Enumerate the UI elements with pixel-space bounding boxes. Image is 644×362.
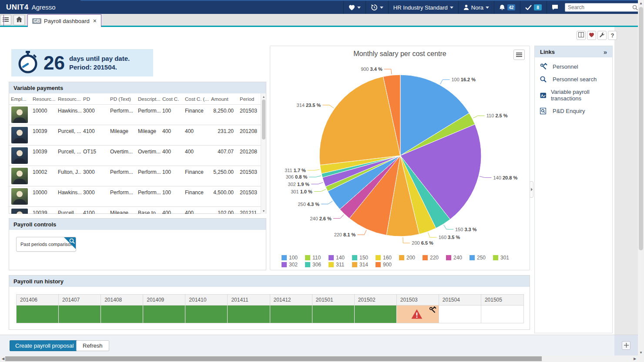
role-menu[interactable]: HR Industry Standard <box>388 1 458 14</box>
table-cell: Finance <box>183 166 209 186</box>
column-header[interactable]: Descript... <box>136 93 161 104</box>
pie-label: 301 1.0 % <box>291 189 312 194</box>
countdown-text: days until pay date. Period: 201504. <box>69 54 130 71</box>
link-personnel-search[interactable]: Personnel search <box>535 73 612 86</box>
column-header[interactable]: Resourc... <box>31 93 56 104</box>
legend-item-314[interactable]: 314 <box>352 262 376 268</box>
legend-swatch <box>376 262 381 267</box>
column-header[interactable]: Empl... <box>9 93 31 104</box>
right-gutter <box>614 27 638 335</box>
favorites-menu[interactable] <box>343 1 366 14</box>
legend-label: 200 <box>406 255 415 261</box>
column-header[interactable]: Cost C. <box>161 93 183 104</box>
legend-label: 100 <box>289 255 298 261</box>
tasks-button[interactable]: 8 <box>520 1 547 14</box>
refresh-button[interactable]: Refresh <box>76 340 109 351</box>
legend-label: 220 <box>430 255 439 261</box>
legend-item-110[interactable]: 110 <box>305 255 329 261</box>
legend-item-306[interactable]: 306 <box>305 262 329 268</box>
link-variable-payroll-transactions[interactable]: AVariable payroll transactions <box>535 86 612 105</box>
table-cell: Perform... <box>136 166 161 186</box>
create-payroll-proposal-button[interactable]: Create payroll proposal <box>10 340 79 351</box>
settings-button[interactable] <box>597 31 607 40</box>
search-input[interactable] <box>565 3 640 12</box>
table-cell: 100 <box>161 186 183 206</box>
table-cell: 400 <box>161 146 183 166</box>
add-button[interactable] <box>622 341 631 350</box>
user-name: Nora <box>471 4 483 11</box>
legend-item-200[interactable]: 200 <box>399 255 423 261</box>
column-header[interactable]: PD <box>81 93 108 104</box>
scroll-up-arrow[interactable]: ▲ <box>261 94 266 99</box>
table-cell: Hawkins... <box>56 105 81 125</box>
scroll-down-arrow[interactable]: ▼ <box>638 349 644 355</box>
past-periods-comparison-button[interactable]: Past periods comparison <box>16 237 76 252</box>
link-label: Variable payroll transactions <box>551 89 607 102</box>
table-row[interactable]: 10039Purcell, ...4100MileageBase to...40… <box>9 207 261 214</box>
legend-item-100[interactable]: 100 <box>282 255 305 261</box>
menu-button[interactable] <box>0 15 11 25</box>
employee-photo <box>11 209 28 214</box>
legend-item-302[interactable]: 302 <box>282 262 305 268</box>
table-cell: Purcell, ... <box>56 207 81 214</box>
user-menu[interactable]: Nora <box>458 1 494 14</box>
messages-button[interactable] <box>547 1 563 14</box>
home-button[interactable] <box>13 15 25 25</box>
legend-item-240[interactable]: 240 <box>446 255 470 261</box>
column-header[interactable]: Resourc... <box>56 93 81 104</box>
panel-splitter-handle[interactable] <box>530 181 533 198</box>
scrollbar-thumb[interactable] <box>639 7 643 250</box>
period-cell-201502-ok <box>355 306 397 323</box>
app-window: UNIT4 Agresso HR Industry Standard Nora <box>0 0 644 362</box>
recent-history-menu[interactable] <box>366 1 388 14</box>
table-cell: OT15 <box>81 146 108 166</box>
pie-label: 100 16.2 % <box>451 77 476 82</box>
collapse-icon[interactable]: » <box>604 49 607 55</box>
payroll-history-table: 2014062014072014082014092014102014112014… <box>16 294 524 323</box>
legend-item-140[interactable]: 140 <box>329 255 352 261</box>
payroll-controls-section: Payroll controls Past periods comparison <box>9 218 266 270</box>
legend-item-301[interactable]: 301 <box>493 255 517 261</box>
table-row[interactable]: 10000Hawkins...3000Perform...Perform...1… <box>9 105 261 125</box>
heart-icon <box>589 32 594 39</box>
scrollbar-thumb[interactable] <box>262 100 265 139</box>
split-view-button[interactable] <box>577 31 586 40</box>
column-header[interactable]: PD (Text) <box>108 93 136 104</box>
check-icon <box>525 5 532 10</box>
table-scrollbar[interactable]: ▲ ▼ <box>261 93 266 214</box>
notifications-button[interactable]: 42 <box>494 1 520 14</box>
scroll-down-arrow[interactable]: ▼ <box>261 208 266 213</box>
table-row[interactable]: 10002Fulton, J...3000Perform...Perform..… <box>9 166 261 186</box>
legend-item-250[interactable]: 250 <box>470 255 493 261</box>
link-p-d-enquiry[interactable]: P&D Enquiry <box>535 105 612 117</box>
legend-item-220[interactable]: 220 <box>423 255 446 261</box>
close-icon[interactable]: × <box>92 18 97 24</box>
scroll-right-arrow[interactable]: ▶ <box>632 355 638 362</box>
scroll-up-arrow[interactable]: ▲ <box>638 0 644 6</box>
table-row[interactable]: 10000Hawkins...3000Perform...Perform...1… <box>9 186 261 207</box>
table-cell: 400 <box>161 207 183 214</box>
period-cell-201503-warning[interactable] <box>397 306 439 323</box>
legend-item-900[interactable]: 900 <box>376 262 399 268</box>
tab-payroll-dashboard[interactable]: GB Payroll dashboard × <box>27 14 101 27</box>
tools-icon[interactable] <box>429 306 436 315</box>
table-row[interactable]: 10039Purcell, ...4100MileageMileage40040… <box>9 125 261 146</box>
tab-bar: GB Payroll dashboard × <box>0 14 644 27</box>
legend-item-160[interactable]: 160 <box>376 255 399 261</box>
legend-item-150[interactable]: 150 <box>352 255 376 261</box>
vertical-scrollbar[interactable]: ▲ ▼ <box>638 0 644 355</box>
help-button[interactable]: ? <box>608 31 617 40</box>
tools-icon <box>540 63 549 70</box>
table-cell: 3000 <box>81 166 108 186</box>
column-header[interactable]: Amount <box>209 93 238 104</box>
horizontal-scrollbar[interactable]: ◀ ▶ <box>0 355 638 362</box>
column-header[interactable]: Period <box>238 93 261 104</box>
favorite-button[interactable] <box>587 31 596 40</box>
table-cell: 5,250.00 <box>209 166 238 186</box>
scrollbar-thumb[interactable] <box>5 356 542 361</box>
column-header[interactable]: Cost C. (... <box>183 93 209 104</box>
chevron-down-icon <box>380 7 383 9</box>
table-row[interactable]: 10039Purcell, ...OT15Overtim...Overtim..… <box>9 146 261 166</box>
link-personnel[interactable]: Personnel <box>535 60 612 73</box>
legend-item-311[interactable]: 311 <box>329 262 352 268</box>
